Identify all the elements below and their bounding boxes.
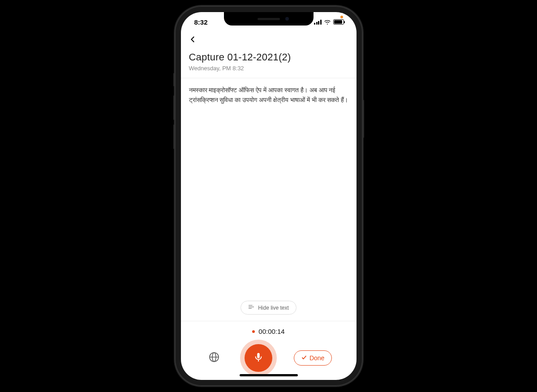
done-label: Done bbox=[309, 354, 324, 362]
hide-live-text-button[interactable]: Hide live text bbox=[241, 301, 296, 315]
status-indicators bbox=[314, 18, 344, 26]
status-time: 8:32 bbox=[194, 18, 208, 26]
recording-indicator-icon bbox=[252, 330, 255, 333]
recording-footer: 00:00:14 Done bbox=[181, 321, 357, 380]
language-button[interactable] bbox=[205, 349, 223, 367]
wifi-icon bbox=[324, 18, 331, 26]
title-block: Capture 01-12-2021(2) Wednesday, PM 8:32 bbox=[181, 47, 357, 78]
capture-title: Capture 01-12-2021(2) bbox=[189, 51, 348, 63]
record-button[interactable] bbox=[245, 344, 272, 372]
globe-icon bbox=[209, 352, 219, 364]
done-button[interactable]: Done bbox=[294, 350, 332, 366]
svg-rect-1 bbox=[249, 307, 254, 307]
svg-rect-2 bbox=[249, 308, 252, 309]
microphone-icon bbox=[253, 352, 263, 364]
transcript-text: नमस्कार माइक्रोसॉफ्ट ऑफिस ऐप में आपका स्… bbox=[189, 85, 348, 105]
hide-live-text-label: Hide live text bbox=[258, 305, 289, 311]
svg-rect-0 bbox=[249, 305, 253, 306]
battery-icon bbox=[333, 19, 344, 25]
live-text-icon bbox=[248, 304, 254, 311]
cellular-signal-icon bbox=[314, 20, 322, 25]
capture-datetime: Wednesday, PM 8:32 bbox=[189, 65, 348, 72]
transcript-area: नमस्कार माइक्रोसॉफ्ट ऑफिस ऐप में आपका स्… bbox=[181, 78, 357, 297]
phone-screen: 8:32 Capture 01-12-2021(2) Wednesday, PM… bbox=[181, 12, 357, 380]
mic-in-use-indicator-icon bbox=[340, 16, 343, 18]
home-indicator[interactable] bbox=[240, 374, 298, 376]
check-icon bbox=[301, 354, 307, 362]
nav-bar bbox=[181, 32, 357, 47]
device-notch bbox=[224, 12, 314, 26]
back-button[interactable] bbox=[189, 35, 348, 45]
timer-row: 00:00:14 bbox=[181, 328, 357, 335]
phone-device-frame: 8:32 Capture 01-12-2021(2) Wednesday, PM… bbox=[175, 6, 363, 386]
recording-timer: 00:00:14 bbox=[258, 328, 284, 335]
